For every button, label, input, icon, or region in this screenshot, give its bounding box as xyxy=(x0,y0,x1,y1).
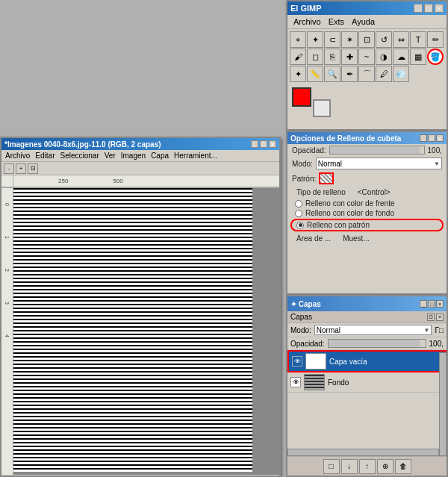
tool-btn-inks[interactable]: 🖊 xyxy=(376,66,392,82)
opacity-label: Opacidad: xyxy=(292,146,326,155)
fill-options-close[interactable]: × xyxy=(436,134,444,142)
ruler-horizontal: 250 500 xyxy=(13,175,279,187)
background-color-swatch[interactable] xyxy=(313,99,331,117)
fill-option-3-label: Relleno con patrón xyxy=(307,221,370,229)
tool-btn-zoom[interactable]: 🔍 xyxy=(324,66,340,82)
fill-option-3-radio[interactable] xyxy=(296,222,304,229)
fit-btn[interactable]: ⊡ xyxy=(28,163,38,174)
tool-btn-curve[interactable]: ⌒ xyxy=(358,66,375,82)
fill-options-maximize[interactable]: □ xyxy=(428,134,435,142)
tool-btn-2[interactable]: ✦ xyxy=(307,31,323,48)
menu-ayuda[interactable]: Ayuda xyxy=(349,16,378,27)
tool-btn-dodge[interactable]: ◑ xyxy=(376,49,392,65)
tool-btn-1[interactable]: ⌖ xyxy=(290,31,306,48)
layers-scrollbar-h[interactable] xyxy=(287,449,439,456)
tool-btn-crop[interactable]: ⊡ xyxy=(358,31,375,48)
layers-mode-label: Modo: xyxy=(290,326,311,334)
area-label: Área de ... xyxy=(292,234,335,243)
fill-option-3-row: Relleno con patrón xyxy=(290,219,444,231)
opacity-value: 100, xyxy=(428,146,442,155)
fill-type-row: Tipo de relleno <Control> xyxy=(287,186,447,199)
layers-panel: ✦ Capas _ □ × Capas ⊡ × Modo: Normal ▼ Γ… xyxy=(286,295,448,477)
layers-inner: Capas ⊡ × Modo: Normal ▼ Γ□ Opacidad: 10… xyxy=(287,311,447,476)
tool-btn-colorpick[interactable]: ✦ xyxy=(290,66,306,82)
tool-btn-brush[interactable]: 🖌 xyxy=(290,49,306,65)
layer-name-2: Fondo xyxy=(328,378,444,387)
opacity-slider[interactable] xyxy=(329,146,425,155)
layers-opacity-slider[interactable] xyxy=(328,339,426,348)
capas-close[interactable]: × xyxy=(436,300,444,308)
tool-btn-eraser[interactable]: ◻ xyxy=(307,49,323,65)
menu-exts[interactable]: Exts xyxy=(326,16,347,27)
sample-label: Muest... xyxy=(338,234,374,243)
fill-option-1-radio[interactable] xyxy=(295,200,302,208)
capas-minimize[interactable]: _ xyxy=(420,300,427,308)
zoom-in-btn[interactable]: + xyxy=(16,163,26,174)
layers-mode-extra: Γ□ xyxy=(435,326,444,334)
img-menu-archivo[interactable]: Archivo xyxy=(3,151,32,160)
tool-btn-clone[interactable]: ⎘ xyxy=(324,49,340,65)
tool-btn-path[interactable]: ✒ xyxy=(341,66,358,82)
capas-float-title: ✦ Capas xyxy=(290,300,321,308)
fill-options-minimize[interactable]: _ xyxy=(420,134,427,142)
layers-scrollbar-v[interactable] xyxy=(439,352,447,456)
fill-option-2-radio[interactable] xyxy=(295,210,302,217)
foreground-color-swatch[interactable] xyxy=(292,87,311,107)
pattern-preview[interactable] xyxy=(319,172,334,184)
tool-btn-air[interactable]: 💨 xyxy=(393,66,409,82)
capas-maximize[interactable]: □ xyxy=(428,300,435,308)
layer-item-fondo[interactable]: 👁 Fondo xyxy=(287,372,447,393)
img-minimize-btn[interactable]: _ xyxy=(251,140,258,148)
canvas-container[interactable] xyxy=(13,188,279,475)
img-menu-seleccionar[interactable]: Seleccionar xyxy=(57,151,101,160)
ruler-tick-500: 500 xyxy=(113,178,122,184)
img-menu-editar[interactable]: Editar xyxy=(33,151,57,160)
img-maximize-btn[interactable]: □ xyxy=(260,140,267,148)
layers-sub-btn-1[interactable]: ⊡ xyxy=(427,314,435,321)
menu-archivo[interactable]: Archivo xyxy=(290,16,324,27)
close-button[interactable]: × xyxy=(435,4,444,13)
mode-label: Modo: xyxy=(292,160,313,168)
mode-combo[interactable]: Normal ▼ xyxy=(316,158,442,169)
tool-btn-gradient[interactable]: ▦ xyxy=(410,49,426,65)
tool-btn-pencil[interactable]: ✏ xyxy=(427,31,444,48)
layers-mode-combo[interactable]: Normal ▼ xyxy=(314,325,432,335)
layer-item-capa-vacia[interactable]: 👁 Capa vacía xyxy=(287,350,447,372)
tool-btn-wand[interactable]: ✶ xyxy=(341,31,358,48)
tool-btn-flip[interactable]: ⇔ xyxy=(393,31,409,48)
minimize-button[interactable]: _ xyxy=(414,4,423,13)
tool-btn-lasso[interactable]: ⊂ xyxy=(324,31,340,48)
fill-option-2-label: Relleno con color de fondo xyxy=(305,209,394,217)
image-titlebar: *Imagenes 0040-8x6.jpg-11.0 (RGB, 2 capa… xyxy=(1,138,279,150)
img-close-btn[interactable]: × xyxy=(269,140,276,148)
tool-btn-text[interactable]: T xyxy=(410,31,426,48)
tool-btn-smudge[interactable]: ~ xyxy=(358,49,375,65)
img-menu-capa[interactable]: Capa xyxy=(149,151,171,160)
img-menu-herramientas[interactable]: Herramient... xyxy=(172,151,220,160)
gimp-toolbar: ⌖ ✦ ⊂ ✶ ⊡ ↺ ⇔ T ✏ 🖌 ◻ ⎘ ✚ ~ ◑ ☁ ▦ 🪣 ✦ 📏 … xyxy=(287,29,447,84)
layer-thumb-2 xyxy=(304,374,325,390)
layer-delete-btn[interactable]: 🗑 xyxy=(395,459,411,474)
layer-visibility-1[interactable]: 👁 xyxy=(292,356,302,367)
layer-visibility-2[interactable]: 👁 xyxy=(290,377,301,387)
tool-btn-paint[interactable]: ☁ xyxy=(393,49,409,65)
zoom-out-btn[interactable]: - xyxy=(4,163,14,174)
layer-name-1: Capa vacía xyxy=(329,358,442,366)
tool-btn-bucket[interactable]: 🪣 xyxy=(427,49,444,65)
img-menu-ver[interactable]: Ver xyxy=(102,151,118,160)
fill-option-1-row: Relleno con color de frente xyxy=(287,199,447,208)
ruler-tick-250: 250 xyxy=(58,178,68,184)
img-menu-imagen[interactable]: Imagen xyxy=(119,151,148,160)
layer-down-btn[interactable]: ↓ xyxy=(341,459,358,474)
fill-options-panel: Opciones de Relleno de cubeta _ □ × Opac… xyxy=(286,131,448,295)
layer-duplicate-btn[interactable]: ⊕ xyxy=(377,459,393,474)
gimp-title: El GIMP xyxy=(290,4,322,13)
maximize-button[interactable]: □ xyxy=(424,4,433,13)
layer-up-btn[interactable]: ↑ xyxy=(359,459,376,474)
tool-btn-measure[interactable]: 📏 xyxy=(307,66,323,82)
layers-sub-btn-2[interactable]: × xyxy=(436,314,444,321)
tool-btn-rotate[interactable]: ↺ xyxy=(376,31,392,48)
layer-new-btn[interactable]: □ xyxy=(323,459,340,474)
fill-options-titlebar: Opciones de Relleno de cubeta _ □ × xyxy=(287,132,447,144)
tool-btn-heal[interactable]: ✚ xyxy=(341,49,358,65)
